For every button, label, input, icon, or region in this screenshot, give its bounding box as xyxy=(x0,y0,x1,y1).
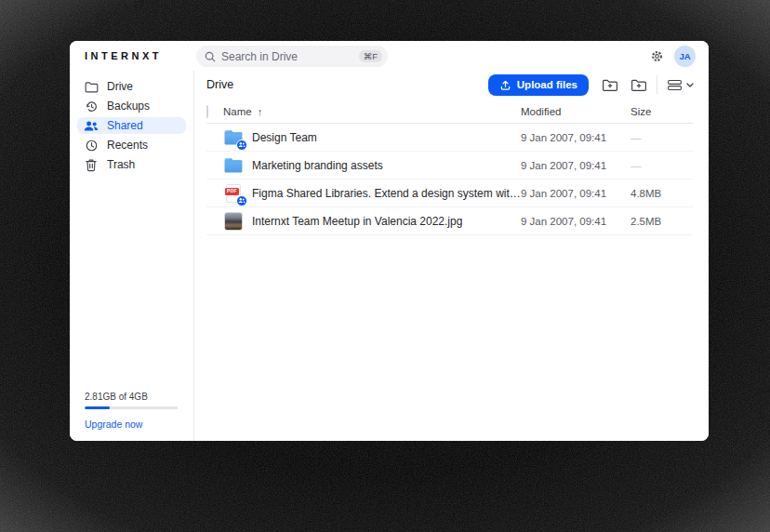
breadcrumb[interactable]: Drive xyxy=(206,78,488,91)
column-header-modified[interactable]: Modified xyxy=(521,106,631,117)
sidebar-item-trash[interactable]: Trash xyxy=(77,156,186,173)
shared-users-icon xyxy=(84,118,99,133)
sidebar-item-drive[interactable]: Drive xyxy=(77,78,186,95)
file-name: Figma Shared Libraries. Extend a design … xyxy=(252,187,521,200)
file-size: — xyxy=(631,132,694,143)
table-row[interactable]: Marketing branding assets 9 Jan 2007, 09… xyxy=(206,152,694,180)
search-input[interactable]: Search in Drive ⌘F xyxy=(196,46,388,67)
file-modified: 9 Jan 2007, 09:41 xyxy=(521,188,631,199)
backup-restore-icon xyxy=(84,99,99,113)
list-view-icon xyxy=(667,79,683,91)
create-folder-button[interactable] xyxy=(631,78,647,92)
storage-meter: 2.81GB of 4GB Upgrade now xyxy=(85,392,178,430)
table-row[interactable]: PDF Figma Shared Libraries. Extend a des… xyxy=(206,180,694,207)
internxt-logo: INTERNXT xyxy=(85,41,162,71)
sidebar-item-label: Shared xyxy=(107,119,143,132)
storage-usage-text: 2.81GB of 4GB xyxy=(85,392,178,402)
sort-ascending-icon: ↑ xyxy=(258,106,263,117)
table-row[interactable]: Internxt Team Meetup in Valencia 2022.jp… xyxy=(206,207,694,235)
table-row[interactable]: Design Team 9 Jan 2007, 09:41 — xyxy=(206,124,694,152)
toolbar: Drive Upload files xyxy=(206,73,694,97)
sidebar-item-shared[interactable]: Shared xyxy=(77,117,186,134)
app-window: INTERNXT Search in Drive ⌘F JA xyxy=(70,41,709,441)
storage-progress-bar xyxy=(85,406,178,409)
file-table: Name ↑ Modified Size xyxy=(206,100,694,441)
upload-files-button[interactable]: Upload files xyxy=(488,74,589,96)
file-size: 4.8MB xyxy=(631,188,694,199)
clock-icon xyxy=(84,138,99,153)
file-modified: 9 Jan 2007, 09:41 xyxy=(521,216,631,227)
sidebar-item-label: Backups xyxy=(107,100,150,113)
upgrade-now-link[interactable]: Upgrade now xyxy=(85,419,178,430)
chevron-down-icon xyxy=(686,83,694,87)
image-thumbnail xyxy=(224,212,243,231)
sidebar-item-label: Drive xyxy=(107,80,133,93)
sidebar-item-recents[interactable]: Recents xyxy=(77,137,186,153)
main-content: Drive Upload files xyxy=(194,71,709,441)
folder-icon xyxy=(223,156,244,174)
sidebar-item-backups[interactable]: Backups xyxy=(77,98,186,114)
sidebar-item-label: Recents xyxy=(107,139,148,152)
column-header-name[interactable]: Name ↑ xyxy=(223,106,521,117)
trash-icon xyxy=(84,157,99,172)
user-avatar[interactable]: JA xyxy=(674,46,696,67)
file-size: 2.5MB xyxy=(631,216,694,227)
upload-files-label: Upload files xyxy=(517,79,578,90)
sidebar-item-label: Trash xyxy=(107,158,135,171)
upload-folder-button[interactable] xyxy=(602,78,618,92)
file-modified: 9 Jan 2007, 09:41 xyxy=(521,160,631,171)
view-mode-toggle[interactable] xyxy=(667,79,694,91)
app-header: INTERNXT Search in Drive ⌘F JA xyxy=(70,41,709,71)
column-header-size[interactable]: Size xyxy=(631,106,694,117)
toolbar-divider xyxy=(657,75,657,94)
file-name: Internxt Team Meetup in Valencia 2022.jp… xyxy=(252,215,462,228)
search-shortcut-badge: ⌘F xyxy=(359,50,382,63)
file-name: Marketing branding assets xyxy=(252,159,383,172)
file-modified: 9 Jan 2007, 09:41 xyxy=(521,132,631,143)
search-icon xyxy=(205,51,216,62)
screenshot-stage: INTERNXT Search in Drive ⌘F JA xyxy=(0,0,770,532)
storage-progress-fill xyxy=(85,406,110,409)
file-name: Design Team xyxy=(252,131,317,144)
settings-gear-icon[interactable] xyxy=(650,49,664,63)
sidebar: Drive Backups Shared xyxy=(70,71,194,441)
shared-badge xyxy=(236,195,247,206)
search-placeholder: Search in Drive xyxy=(221,50,359,63)
select-all-checkbox[interactable] xyxy=(206,105,208,118)
upload-icon xyxy=(499,79,511,91)
shared-badge xyxy=(236,140,247,151)
folder-icon xyxy=(84,79,99,94)
file-size: — xyxy=(631,160,694,171)
table-header: Name ↑ Modified Size xyxy=(206,100,694,124)
file-table-body: Design Team 9 Jan 2007, 09:41 — Marketin… xyxy=(206,124,694,235)
